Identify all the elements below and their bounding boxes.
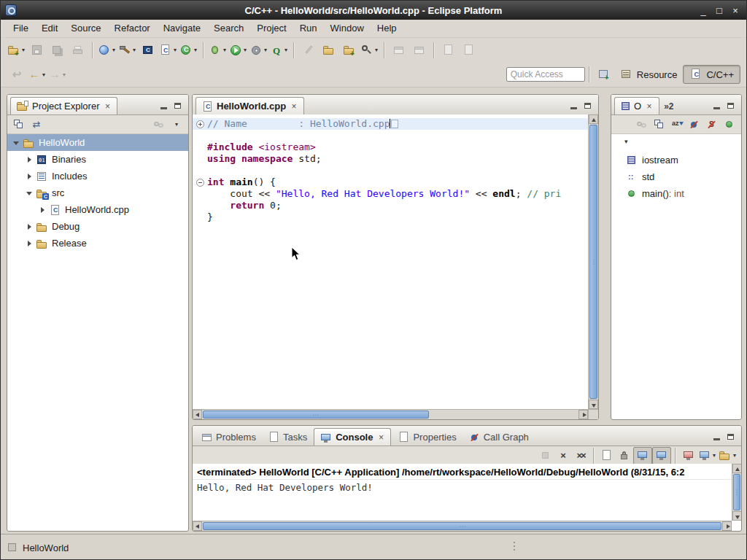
menu-help[interactable]: Help [371,20,403,37]
last-edit-location-button[interactable] [438,41,459,60]
menu-source[interactable]: Source [64,20,107,37]
code-line[interactable]: } [193,211,588,223]
clear-console-button[interactable] [598,448,616,464]
code-line[interactable]: using namespace std; [193,153,588,165]
chevron-down-icon[interactable]: ▾ [193,47,198,53]
chevron-down-icon[interactable]: ▾ [711,452,717,459]
scrollbar-thumb[interactable] [589,125,597,399]
chevron-down-icon[interactable]: ▾ [111,47,117,53]
expander-collapsed-icon[interactable] [25,222,34,231]
tab-tasks[interactable]: Tasks [263,428,312,446]
scrollbar-track[interactable] [202,410,578,419]
focus-on-active-task-button[interactable] [150,117,168,133]
expander-collapsed-icon[interactable] [25,172,34,181]
open-console-button[interactable]: ▾ [697,448,718,464]
editor-horizontal-scrollbar[interactable] [193,409,588,419]
console-output-area[interactable]: <terminated> HelloWorld [C/C++ Applicati… [193,464,741,521]
open-resource-button[interactable] [339,41,360,60]
menu-project[interactable]: Project [250,20,293,37]
menu-search[interactable]: Search [207,20,250,37]
forward-button[interactable]: →▾ [47,65,68,84]
scroll-right-button[interactable] [578,410,588,419]
build-all-button[interactable]: ▾ [117,41,138,60]
chevron-down-icon[interactable]: ▾ [41,71,47,78]
pin-console-button[interactable]: ▾ [718,448,738,464]
pin-editor-button[interactable] [459,41,479,60]
scrollbar-thumb[interactable] [203,522,721,530]
expander-expanded-icon[interactable] [12,139,20,147]
show-on-stdout-button[interactable] [633,447,652,464]
print-button[interactable] [68,41,88,60]
scrollbar-thumb[interactable] [203,411,429,419]
close-icon[interactable]: × [290,101,298,112]
chevron-down-icon[interactable]: ▾ [222,47,228,53]
new-cpp-project-button[interactable] [138,41,158,60]
tab-console[interactable]: Console × [314,428,391,446]
menu-run[interactable]: Run [293,20,324,37]
close-icon[interactable]: × [376,432,385,443]
debug-button[interactable]: ▾ [208,41,228,60]
chevron-down-icon[interactable]: ▾ [61,71,67,78]
maximize-window-button[interactable]: □ [711,5,727,16]
next-annotation-button[interactable] [389,41,409,60]
link-with-editor-button[interactable]: ⇄ [28,117,45,133]
show-on-stderr-button[interactable] [652,447,671,464]
scroll-left-button[interactable] [193,521,202,531]
minimize-view-button[interactable] [568,100,581,112]
console-vertical-scrollbar[interactable] [732,464,741,521]
hide-fields-button[interactable] [686,117,703,133]
mark-occurrences-button[interactable] [298,41,319,60]
external-tools-button[interactable]: ▾ [249,41,269,60]
sort-button[interactable] [668,117,686,133]
titlebar[interactable]: C/C++ - HelloWorld/src/HelloWorld.cpp - … [1,1,746,20]
chevron-down-icon[interactable]: ▾ [732,452,738,459]
tab-problems[interactable]: Problems [196,428,261,446]
code-line[interactable] [193,130,588,141]
view-menu-chevron-icon[interactable]: ▾ [624,138,628,145]
save-all-button[interactable] [47,41,68,60]
menu-edit[interactable]: Edit [35,20,64,37]
new-class-button[interactable]: ▾ [179,41,199,60]
menu-file[interactable]: File [7,20,35,37]
code-line[interactable]: // Name : HelloWorld.cpp [193,118,588,130]
last-edit-nav-button[interactable]: ↩ [7,65,27,84]
open-perspective-button[interactable] [594,65,614,84]
scrollbar-track[interactable] [732,473,741,511]
tab-properties[interactable]: Properties [392,428,461,446]
run-button[interactable]: ▾ [228,41,249,60]
search-button[interactable]: ▾ [360,41,380,60]
hide-static-members-button[interactable] [703,117,721,133]
open-element-button[interactable] [319,41,339,60]
profile-button[interactable]: ▾ [269,41,290,60]
close-window-button[interactable]: × [727,5,743,16]
project-explorer-tab[interactable]: Project Explorer × [10,97,117,114]
code-line[interactable]: int main() { [193,176,588,188]
perspective-resource-button[interactable]: Resource [614,66,684,83]
scrollbar-track[interactable] [202,521,722,531]
chevron-down-icon[interactable]: ▾ [131,47,137,53]
scroll-left-button[interactable] [193,410,202,419]
tab-call-graph[interactable]: Call Graph [463,428,534,446]
code-line[interactable]: return 0; [193,200,588,211]
scrollbar-thumb[interactable] [733,474,740,510]
quick-access-input[interactable] [506,67,585,82]
back-button[interactable]: ←▾ [27,65,47,84]
collapse-all-button[interactable] [651,117,668,133]
new-source-file-button[interactable]: ▾ [158,41,179,60]
fold-expanded-icon[interactable] [196,179,204,187]
scroll-up-button[interactable] [732,464,741,473]
link-with-editor-button[interactable] [633,117,651,133]
maximize-view-button[interactable] [582,100,595,112]
minimize-view-button[interactable] [711,100,724,112]
scroll-down-button[interactable] [732,511,741,521]
minimize-window-button[interactable]: _ [695,5,711,16]
tree-item-release[interactable]: Release [7,235,188,252]
minimize-view-button[interactable] [158,100,171,112]
chevron-down-icon[interactable]: ▾ [374,47,379,53]
console-horizontal-scrollbar[interactable] [193,521,732,531]
expander-collapsed-icon[interactable] [25,155,34,164]
terminate-button[interactable] [537,448,554,464]
editor-tab-helloworld-cpp[interactable]: HelloWorld.cpp × [196,97,304,114]
scroll-down-button[interactable] [589,400,598,409]
outline-item-main[interactable]: main() : int [611,185,741,202]
